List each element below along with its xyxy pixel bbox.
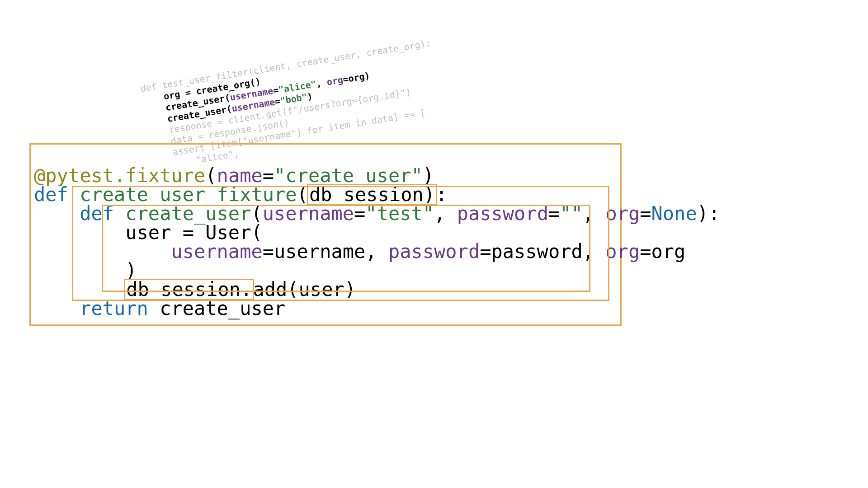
fixture-line-8: return create_user (34, 297, 285, 319)
fixture-code-outer-box: @pytest.fixture(name="create_user") def … (29, 143, 622, 326)
fixture-code: @pytest.fixture(name="create_user") def … (34, 147, 616, 318)
